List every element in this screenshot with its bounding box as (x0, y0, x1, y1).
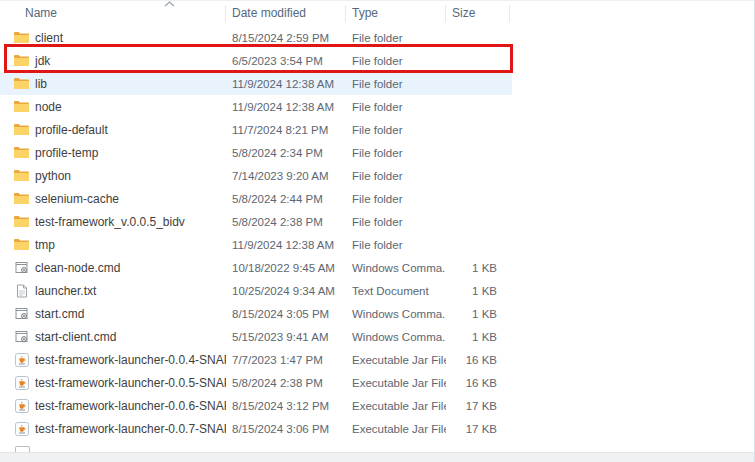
column-header-name[interactable]: Name (0, 5, 226, 22)
chevron-up-icon (164, 1, 175, 7)
date-modified-cell: 8/15/2024 3:05 PM (226, 308, 346, 320)
file-name: python (35, 169, 71, 183)
folder-icon (13, 53, 30, 68)
file-name: test-framework-launcher-0.0.4-SNAPSH... (35, 353, 226, 367)
date-modified-cell: 5/8/2024 2:34 PM (226, 147, 346, 159)
type-cell: Executable Jar File (346, 354, 446, 366)
type-cell: File folder (346, 216, 446, 228)
file-row[interactable]: test-framework_v.0.0.5_bidv 5/8/2024 2:3… (0, 210, 512, 233)
file-name-cell: client (0, 30, 226, 45)
type-cell: File folder (346, 78, 446, 90)
file-name: lib (35, 77, 47, 91)
file-row[interactable]: start-client.cmd 5/15/2023 9:41 AM Windo… (0, 325, 512, 348)
file-name: test-framework_v.0.0.5_bidv (35, 215, 185, 229)
size-cell: 1 KB (446, 262, 510, 274)
date-modified-cell: 11/9/2024 12:38 AM (226, 78, 346, 90)
file-name: jdk (35, 54, 50, 68)
file-name-cell: test-framework-launcher-0.0.7-SNAPSH... (0, 421, 226, 436)
file-name: client (35, 31, 63, 45)
type-cell: Text Document (346, 285, 446, 297)
type-cell: File folder (346, 239, 446, 251)
size-cell: 16 KB (446, 377, 510, 389)
folder-icon (13, 237, 30, 252)
date-modified-cell: 8/15/2024 2:59 PM (226, 32, 346, 44)
file-name-cell: profile-temp (0, 145, 226, 160)
cmd-icon (13, 329, 30, 344)
file-row[interactable]: test-framework-launcher-0.0.5-SNAPSH... … (0, 371, 512, 394)
column-header-date-label: Date modified (232, 6, 306, 20)
date-modified-cell: 10/18/2022 9:45 AM (226, 262, 346, 274)
file-name-cell: test-framework_v.0.0.5_bidv (0, 214, 226, 229)
file-name-cell: test-framework-launcher-0.0.4-SNAPSH... (0, 352, 226, 367)
file-name-cell: start-client.cmd (0, 329, 226, 344)
file-row[interactable]: tmp 11/9/2024 12:38 AM File folder (0, 233, 512, 256)
date-modified-cell: 5/15/2023 9:41 AM (226, 331, 346, 343)
file-name: clean-node.cmd (35, 261, 120, 275)
file-name: start.cmd (35, 307, 84, 321)
file-name-cell: launcher.txt (0, 283, 226, 298)
date-modified-cell: 10/25/2024 9:34 AM (226, 285, 346, 297)
file-name-cell: python (0, 168, 226, 183)
folder-icon (13, 30, 30, 45)
type-cell: Executable Jar File (346, 377, 446, 389)
type-cell: Executable Jar File (346, 423, 446, 435)
file-name-cell: clean-node.cmd (0, 260, 226, 275)
date-modified-cell: 5/8/2024 2:44 PM (226, 193, 346, 205)
folder-icon (13, 145, 30, 160)
folder-icon (13, 122, 30, 137)
file-row[interactable]: jdk 6/5/2023 3:54 PM File folder (0, 49, 512, 72)
file-row[interactable]: lib 11/9/2024 12:38 AM File folder (0, 72, 512, 95)
file-name-cell: lib (0, 76, 226, 91)
size-cell: 1 KB (446, 285, 510, 297)
size-cell: 16 KB (446, 354, 510, 366)
date-modified-cell: 5/8/2024 2:38 PM (226, 216, 346, 228)
file-row[interactable]: profile-temp 5/8/2024 2:34 PM File folde… (0, 141, 512, 164)
size-cell: 17 KB (446, 423, 510, 435)
date-modified-cell: 5/8/2024 2:38 PM (226, 377, 346, 389)
file-name-cell: start.cmd (0, 306, 226, 321)
column-header-size[interactable]: Size (446, 5, 510, 22)
file-name-cell: jdk (0, 53, 226, 68)
type-cell: Windows Comma... (346, 262, 446, 274)
folder-icon (13, 99, 30, 114)
column-header-size-label: Size (452, 6, 475, 20)
date-modified-cell: 7/14/2023 9:20 AM (226, 170, 346, 182)
file-name-cell: selenium-cache (0, 191, 226, 206)
file-name: tmp (35, 238, 55, 252)
file-row[interactable]: start.cmd 8/15/2024 3:05 PM Windows Comm… (0, 302, 512, 325)
type-cell: Windows Comma... (346, 308, 446, 320)
type-cell: File folder (346, 101, 446, 113)
jar-icon (13, 398, 30, 413)
file-name: start-client.cmd (35, 330, 116, 344)
type-cell: Executable Jar File (346, 400, 446, 412)
cmd-icon (13, 260, 30, 275)
type-cell: File folder (346, 147, 446, 159)
file-row[interactable]: selenium-cache 5/8/2024 2:44 PM File fol… (0, 187, 512, 210)
file-row[interactable]: launcher.txt 10/25/2024 9:34 AM Text Doc… (0, 279, 512, 302)
file-name: test-framework-launcher-0.0.6-SNAPSH... (35, 399, 226, 413)
horizontal-scrollbar-track[interactable] (0, 452, 755, 462)
file-list: client 8/15/2024 2:59 PM File folder jdk… (0, 26, 512, 440)
column-header-type[interactable]: Type (346, 5, 446, 22)
file-row[interactable]: client 8/15/2024 2:59 PM File folder (0, 26, 512, 49)
file-row[interactable]: node 11/9/2024 12:38 AM File folder (0, 95, 512, 118)
jar-icon (13, 421, 30, 436)
file-row[interactable]: test-framework-launcher-0.0.6-SNAPSH... … (0, 394, 512, 417)
file-row[interactable]: test-framework-launcher-0.0.7-SNAPSH... … (0, 417, 512, 440)
file-row[interactable]: test-framework-launcher-0.0.4-SNAPSH... … (0, 348, 512, 371)
txt-icon (13, 283, 30, 298)
size-cell: 1 KB (446, 331, 510, 343)
file-row[interactable]: profile-default 11/7/2024 8:21 PM File f… (0, 118, 512, 141)
type-cell: File folder (346, 124, 446, 136)
type-cell: File folder (346, 193, 446, 205)
folder-icon (13, 191, 30, 206)
column-header-row: Name Date modified Type Size (0, 1, 512, 25)
type-cell: File folder (346, 32, 446, 44)
column-header-date-modified[interactable]: Date modified (226, 5, 346, 22)
file-row[interactable]: clean-node.cmd 10/18/2022 9:45 AM Window… (0, 256, 512, 279)
file-name-cell: profile-default (0, 122, 226, 137)
size-cell: 1 KB (446, 308, 510, 320)
file-row[interactable]: python 7/14/2023 9:20 AM File folder (0, 164, 512, 187)
file-name-cell: test-framework-launcher-0.0.6-SNAPSH... (0, 398, 226, 413)
file-name: selenium-cache (35, 192, 119, 206)
